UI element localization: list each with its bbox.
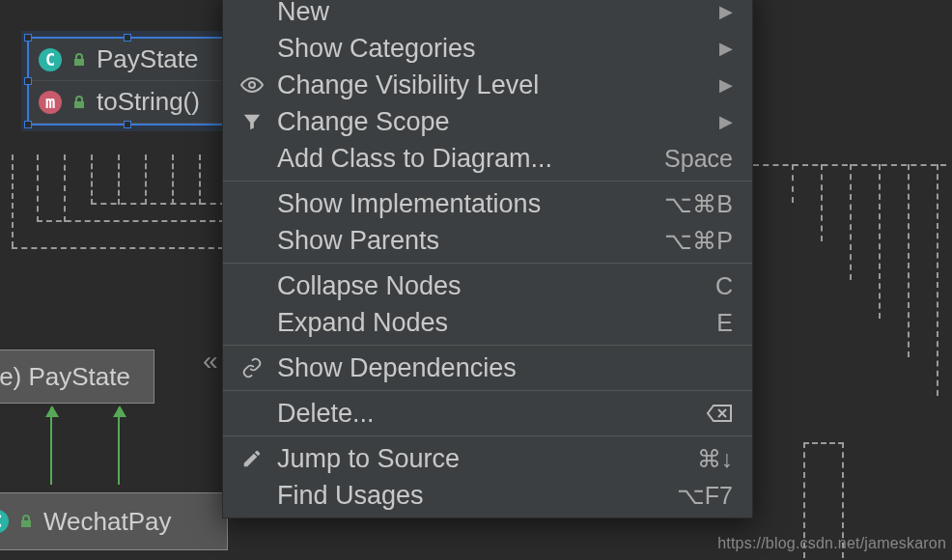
selection-handle[interactable]	[24, 121, 32, 128]
return-type-label: le) PayState	[0, 362, 130, 392]
menu-item-find-usages[interactable]: Find Usages ⌥F7	[223, 477, 752, 514]
connector-line	[937, 164, 938, 396]
connector-line	[850, 164, 852, 280]
class-node[interactable]: le) PayState	[0, 350, 154, 404]
link-icon	[238, 357, 266, 378]
connector-line	[12, 154, 14, 247]
lock-icon	[71, 95, 87, 110]
connector-line	[879, 164, 881, 319]
menu-item-label: Jump to Source	[277, 444, 686, 474]
menu-shortcut: Space	[664, 145, 733, 173]
menu-item-label: New	[277, 0, 708, 27]
menu-item-label: Show Implementations	[277, 189, 653, 219]
class-node[interactable]: C WechatPay	[0, 492, 228, 550]
menu-item-label: Show Dependencies	[277, 353, 733, 383]
selection-handle[interactable]	[24, 34, 32, 42]
menu-item-add-class[interactable]: Add Class to Diagram... Space	[223, 140, 752, 177]
menu-item-new[interactable]: New ▶	[223, 0, 752, 30]
menu-item-change-scope[interactable]: Change Scope ▶	[223, 103, 752, 140]
menu-item-label: Expand Nodes	[277, 308, 705, 338]
menu-shortcut: ⌥⌘P	[664, 227, 733, 255]
class-name-label: WechatPay	[43, 507, 171, 537]
connector-line	[118, 154, 120, 205]
connector-line	[64, 154, 66, 222]
class-name-label: PayState	[97, 44, 199, 74]
menu-shortcut: ⌘↓	[697, 445, 734, 473]
selection-handle[interactable]	[124, 34, 131, 42]
menu-item-delete[interactable]: Delete...	[223, 395, 752, 432]
connector-line	[199, 154, 201, 205]
connector-line	[12, 247, 224, 249]
menu-shortcut: E	[716, 309, 733, 337]
menu-item-label: Show Parents	[277, 226, 653, 256]
class-node-selected[interactable]: C PayState m toString()	[27, 37, 228, 126]
menu-item-show-dependencies[interactable]: Show Dependencies	[223, 350, 752, 386]
menu-item-show-parents[interactable]: Show Parents ⌥⌘P	[223, 222, 752, 259]
class-badge-icon: C	[0, 510, 9, 533]
inheritance-arrow	[118, 407, 120, 485]
menu-shortcut: ⌥F7	[677, 482, 733, 510]
guillemet-label: «	[203, 346, 218, 377]
connector-line	[908, 164, 910, 357]
chevron-right-icon: ▶	[719, 38, 733, 59]
context-menu: New ▶ Show Categories ▶ Change Visibilit…	[222, 0, 753, 518]
funnel-icon	[238, 111, 266, 132]
inheritance-arrow	[50, 407, 52, 485]
class-badge-icon: C	[39, 48, 62, 71]
menu-item-jump-to-source[interactable]: Jump to Source ⌘↓	[223, 440, 752, 477]
pencil-icon	[238, 448, 266, 469]
menu-item-label: Delete...	[277, 399, 694, 429]
connector-line	[753, 164, 946, 166]
menu-item-label: Show Categories	[277, 34, 708, 64]
class-node-row[interactable]: C PayState	[29, 39, 226, 81]
lock-icon	[71, 52, 87, 68]
menu-item-expand-nodes[interactable]: Expand Nodes E	[223, 304, 752, 341]
menu-separator	[223, 345, 752, 346]
connector-line	[821, 164, 823, 241]
method-name-label: toString()	[97, 87, 200, 117]
menu-shortcut: C	[715, 272, 733, 300]
menu-separator	[223, 181, 752, 182]
svg-point-0	[249, 82, 255, 88]
menu-shortcut: ⌥⌘B	[664, 190, 733, 218]
menu-separator	[223, 390, 752, 391]
method-badge-icon: m	[39, 91, 62, 114]
menu-separator	[223, 263, 752, 264]
selection-handle[interactable]	[124, 121, 131, 128]
connector-line	[91, 203, 226, 205]
menu-separator	[223, 435, 752, 436]
method-node-row[interactable]: m toString()	[29, 81, 226, 124]
menu-item-show-implementations[interactable]: Show Implementations ⌥⌘B	[223, 185, 752, 222]
chevron-right-icon: ▶	[719, 1, 733, 22]
connector-line	[37, 154, 39, 222]
menu-item-change-visibility[interactable]: Change Visibility Level ▶	[223, 67, 752, 103]
menu-item-show-categories[interactable]: Show Categories ▶	[223, 30, 752, 67]
connector-line	[145, 154, 147, 205]
menu-item-label: Change Visibility Level	[277, 70, 708, 100]
menu-item-label: Change Scope	[277, 107, 708, 137]
menu-item-label: Add Class to Diagram...	[277, 144, 653, 174]
lock-icon	[18, 514, 34, 529]
menu-item-label: Find Usages	[277, 481, 665, 511]
chevron-right-icon: ▶	[719, 74, 733, 96]
menu-item-collapse-nodes[interactable]: Collapse Nodes C	[223, 267, 752, 304]
connector-line	[172, 154, 174, 205]
connector-line	[37, 220, 225, 222]
eye-icon	[238, 73, 266, 97]
menu-item-label: Collapse Nodes	[277, 271, 704, 301]
delete-key-icon	[706, 403, 733, 424]
watermark: https://blog.csdn.net/jameskaron	[717, 535, 946, 552]
connector-line	[803, 442, 844, 444]
selection-handle[interactable]	[24, 77, 32, 85]
connector-line	[91, 154, 93, 205]
chevron-right-icon: ▶	[719, 111, 733, 132]
connector-line	[792, 164, 794, 203]
